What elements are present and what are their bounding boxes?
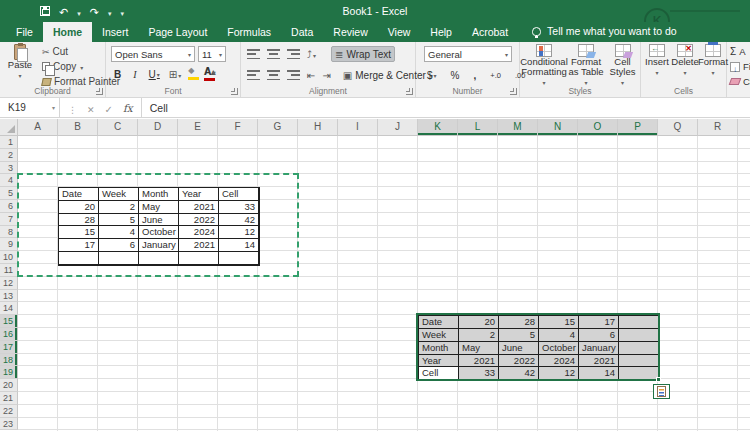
row-header-1[interactable]: 1 [0, 136, 18, 149]
row-header-20[interactable]: 20 [0, 379, 18, 392]
cell[interactable]: 15 [59, 226, 99, 239]
row-header-14[interactable]: 14 [0, 302, 18, 315]
cell[interactable]: 33 [459, 367, 499, 380]
percent-format-button[interactable]: % [448, 67, 463, 83]
column-header-J[interactable]: J [378, 119, 418, 136]
tell-me-box[interactable]: Tell me what you want to do [518, 25, 685, 42]
cell[interactable]: 42 [499, 367, 539, 380]
wrap-text-button[interactable]: ≣ Wrap Text [331, 46, 395, 62]
cell[interactable] [219, 252, 259, 265]
formula-input[interactable]: Cell [142, 102, 168, 114]
column-header-G[interactable]: G [258, 119, 298, 136]
column-header-H[interactable]: H [298, 119, 338, 136]
tab-file[interactable]: File [6, 22, 43, 42]
cell[interactable]: May [459, 342, 499, 355]
cell[interactable]: Week [419, 329, 459, 342]
number-format-select[interactable]: General▾ [424, 46, 512, 62]
column-header-K[interactable]: K [418, 119, 458, 136]
tab-data[interactable]: Data [281, 22, 323, 42]
cell[interactable]: 33 [219, 201, 259, 214]
select-all-corner[interactable] [0, 119, 18, 136]
cell[interactable]: 2 [99, 201, 139, 214]
column-header-C[interactable]: C [98, 119, 138, 136]
cell[interactable]: 17 [579, 316, 619, 329]
row-header-18[interactable]: 18 [0, 354, 18, 367]
cell[interactable]: 14 [579, 367, 619, 380]
cell[interactable]: 2021 [579, 355, 619, 368]
cell[interactable]: October [139, 226, 179, 239]
cut-button[interactable]: Cut [42, 46, 68, 57]
cell[interactable]: 6 [99, 239, 139, 252]
column-header-P[interactable]: P [618, 119, 658, 136]
cancel-icon[interactable] [87, 99, 95, 117]
insert-cells-button[interactable]: Insert [643, 44, 671, 78]
cell[interactable]: 28 [59, 214, 99, 227]
cell[interactable]: 12 [219, 226, 259, 239]
row-header-7[interactable]: 7 [0, 213, 18, 226]
format-cells-button[interactable]: Format [699, 44, 727, 78]
cell[interactable] [619, 355, 659, 368]
column-header-L[interactable]: L [458, 119, 498, 136]
row-header-22[interactable]: 22 [0, 405, 18, 418]
delete-cells-button[interactable]: Delete [671, 44, 699, 78]
row-header-9[interactable]: 9 [0, 238, 18, 251]
column-header-M[interactable]: M [498, 119, 538, 136]
row-header-16[interactable]: 16 [0, 328, 18, 341]
cell[interactable]: 17 [59, 239, 99, 252]
bold-button[interactable]: B [111, 66, 124, 82]
cell[interactable]: Year [419, 355, 459, 368]
cell[interactable]: 2021 [179, 201, 219, 214]
column-header-B[interactable]: B [58, 119, 98, 136]
conditional-formatting-button[interactable]: Conditional Formatting [522, 44, 566, 88]
row-header-2[interactable]: 2 [0, 149, 18, 162]
copy-button[interactable]: Copy [42, 61, 83, 72]
column-header-F[interactable]: F [218, 119, 258, 136]
alignment-dialog-launcher[interactable] [406, 88, 413, 95]
middle-align-icon[interactable] [267, 49, 280, 59]
column-header-E[interactable]: E [178, 119, 218, 136]
increase-decimal-button[interactable]: +.0 [487, 67, 504, 83]
tab-insert[interactable]: Insert [92, 22, 138, 42]
row-header-10[interactable]: 10 [0, 251, 18, 264]
center-align-icon[interactable] [267, 70, 280, 80]
paste-options-button[interactable] [653, 384, 670, 399]
currency-format-button[interactable]: $ [424, 67, 440, 83]
cell[interactable] [59, 252, 99, 265]
row-header-11[interactable]: 11 [0, 264, 18, 277]
insert-function-icon[interactable]: fx [123, 102, 133, 114]
left-align-icon[interactable] [247, 70, 260, 80]
cell[interactable]: 2022 [179, 214, 219, 227]
cell[interactable] [619, 316, 659, 329]
tab-page-layout[interactable]: Page Layout [138, 22, 217, 42]
enter-icon[interactable] [105, 99, 113, 117]
cell[interactable] [619, 367, 659, 380]
row-header-4[interactable]: 4 [0, 174, 18, 187]
bottom-align-icon[interactable] [287, 49, 300, 59]
row-header-13[interactable]: 13 [0, 290, 18, 303]
font-color-icon[interactable]: A [204, 67, 215, 81]
increase-indent-icon[interactable]: ⇥ [322, 70, 330, 81]
cell[interactable]: 12 [539, 367, 579, 380]
cell[interactable]: 2021 [459, 355, 499, 368]
cell[interactable]: 2022 [499, 355, 539, 368]
cell[interactable]: 2024 [179, 226, 219, 239]
cell[interactable]: 5 [499, 329, 539, 342]
italic-button[interactable]: I [130, 66, 139, 82]
tab-formulas[interactable]: Formulas [217, 22, 281, 42]
cell[interactable]: January [579, 342, 619, 355]
name-box[interactable]: K19 ▾ [0, 98, 60, 117]
cell[interactable]: 14 [219, 239, 259, 252]
tab-review[interactable]: Review [323, 22, 377, 42]
format-as-table-button[interactable]: Format as Table [566, 44, 606, 88]
cell[interactable]: Date [419, 316, 459, 329]
cell[interactable]: 28 [499, 316, 539, 329]
cell[interactable]: 4 [539, 329, 579, 342]
underline-button[interactable]: U [146, 66, 163, 82]
cell[interactable]: October [539, 342, 579, 355]
row-header-15[interactable]: 15 [0, 315, 18, 328]
row-header-6[interactable]: 6 [0, 200, 18, 213]
cell[interactable]: Cell [419, 367, 459, 380]
row-header-17[interactable]: 17 [0, 341, 18, 354]
number-dialog-launcher[interactable] [510, 88, 517, 95]
cell[interactable]: 4 [99, 226, 139, 239]
